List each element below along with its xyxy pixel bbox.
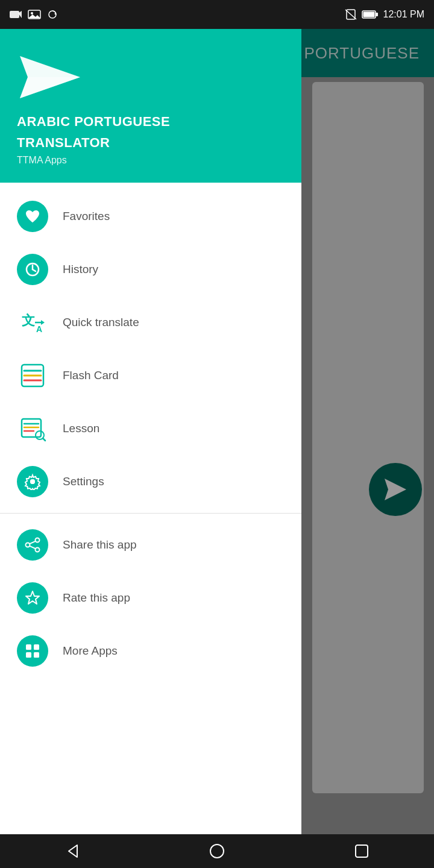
svg-line-38 xyxy=(30,546,36,549)
svg-rect-42 xyxy=(26,652,31,658)
notification-icon-1 xyxy=(10,10,23,19)
svg-rect-40 xyxy=(26,644,31,650)
svg-rect-10 xyxy=(363,12,374,17)
lesson-label: Lesson xyxy=(63,422,99,435)
history-label: History xyxy=(63,263,98,276)
share-icon-circle xyxy=(17,529,48,561)
developer-name: TTMA Apps xyxy=(17,155,285,166)
recent-apps-square-icon xyxy=(353,843,370,860)
app-title-line2: TRANSLATOR xyxy=(17,134,285,152)
quick-translate-label: Quick translate xyxy=(63,316,139,329)
flashcard-icon-container xyxy=(17,360,48,391)
drawer-menu: Favorites History 文 xyxy=(0,183,301,868)
battery-icon xyxy=(362,10,379,19)
more-apps-label: More Apps xyxy=(63,644,118,658)
svg-marker-39 xyxy=(26,591,39,604)
back-button[interactable] xyxy=(54,839,90,863)
menu-item-favorites[interactable]: Favorites xyxy=(0,190,301,243)
svg-marker-44 xyxy=(69,845,77,857)
svg-text:文: 文 xyxy=(22,313,35,328)
menu-item-flash-card[interactable]: Flash Card xyxy=(0,349,301,402)
svg-point-3 xyxy=(31,12,33,14)
recent-apps-button[interactable] xyxy=(344,839,380,863)
favorites-label: Favorites xyxy=(63,210,110,223)
app-title-line1: ARABIC PORTUGUESE xyxy=(17,113,285,131)
back-arrow-icon xyxy=(64,843,81,860)
svg-point-33 xyxy=(30,479,35,484)
no-sim-icon xyxy=(345,9,357,20)
menu-item-rate[interactable]: Rate this app xyxy=(0,571,301,624)
heart-icon xyxy=(24,208,41,225)
time-display: 12:01 PM xyxy=(383,9,424,20)
svg-text:A: A xyxy=(36,324,42,334)
lesson-icon xyxy=(17,413,48,444)
svg-rect-41 xyxy=(34,644,39,650)
drawer-header: ARABIC PORTUGUESE TRANSLATOR TTMA Apps xyxy=(0,29,301,183)
svg-line-17 xyxy=(33,269,36,271)
gear-icon xyxy=(24,473,41,490)
grid-icon xyxy=(24,643,41,659)
translate-icon-container: 文 A xyxy=(17,307,48,338)
menu-item-share[interactable]: Share this app xyxy=(0,518,301,571)
svg-marker-4 xyxy=(28,14,40,18)
rate-icon-circle xyxy=(17,582,48,614)
favorites-icon-circle xyxy=(17,201,48,232)
rate-label: Rate this app xyxy=(63,591,130,605)
menu-item-quick-translate[interactable]: 文 A Quick translate xyxy=(0,296,301,349)
clock-icon xyxy=(24,261,41,278)
menu-divider xyxy=(0,513,301,514)
menu-item-more-apps[interactable]: More Apps xyxy=(0,624,301,678)
svg-point-45 xyxy=(210,844,224,858)
status-bar: 12:01 PM xyxy=(0,0,434,29)
translate-icon: 文 A xyxy=(17,307,48,338)
svg-rect-43 xyxy=(34,652,39,658)
lesson-icon-container xyxy=(17,413,48,444)
svg-rect-11 xyxy=(376,13,378,16)
status-right-icons: 12:01 PM xyxy=(345,9,424,20)
flashcard-icon xyxy=(17,360,48,391)
photo-icon xyxy=(28,10,41,19)
svg-point-34 xyxy=(36,538,40,542)
share-icon xyxy=(24,536,41,553)
sync-icon xyxy=(46,10,59,19)
settings-icon-circle xyxy=(17,466,48,497)
settings-label: Settings xyxy=(63,475,104,488)
svg-line-31 xyxy=(43,438,45,441)
menu-item-settings[interactable]: Settings xyxy=(0,455,301,508)
home-button[interactable] xyxy=(199,839,235,863)
svg-rect-46 xyxy=(356,845,368,857)
menu-item-history[interactable]: History xyxy=(0,243,301,296)
svg-point-36 xyxy=(36,548,40,552)
svg-marker-14 xyxy=(20,77,80,98)
flash-card-label: Flash Card xyxy=(63,369,119,382)
navigation-drawer: ARABIC PORTUGUESE TRANSLATOR TTMA Apps F… xyxy=(0,29,301,868)
history-icon-circle xyxy=(17,254,48,285)
share-label: Share this app xyxy=(63,538,137,552)
svg-marker-6 xyxy=(54,13,56,15)
more-apps-icon-circle xyxy=(17,635,48,667)
status-left-icons xyxy=(10,10,59,19)
drawer-app-title: ARABIC PORTUGUESE TRANSLATOR xyxy=(17,113,285,155)
app-logo xyxy=(17,53,285,104)
home-circle-icon xyxy=(209,843,225,860)
star-icon xyxy=(24,590,41,606)
svg-rect-0 xyxy=(10,11,19,18)
bottom-navigation-bar xyxy=(0,834,434,868)
menu-item-lesson[interactable]: Lesson xyxy=(0,402,301,455)
svg-point-35 xyxy=(26,543,30,547)
svg-line-37 xyxy=(30,541,36,544)
logo-svg xyxy=(17,53,83,101)
